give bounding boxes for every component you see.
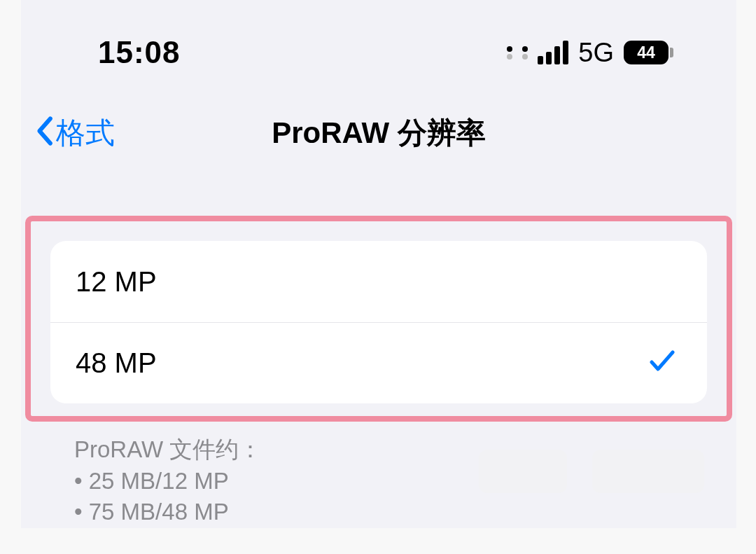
option-row-48mp[interactable]: 48 MP — [50, 322, 707, 403]
status-time: 15:08 — [98, 35, 181, 70]
battery-level: 44 — [637, 43, 655, 62]
chevron-left-icon — [34, 114, 55, 152]
option-label: 12 MP — [76, 266, 157, 298]
status-right: 5G 44 — [507, 38, 673, 68]
back-button[interactable]: 格式 — [34, 113, 115, 153]
checkmark-icon — [647, 344, 676, 382]
nav-bar: 格式 ProRAW 分辨率 — [21, 77, 736, 160]
status-bar: 15:08 — [21, 28, 736, 77]
network-label: 5G — [578, 38, 614, 68]
options-card: 12 MP 48 MP — [50, 241, 707, 403]
option-row-12mp[interactable]: 12 MP — [50, 241, 707, 322]
highlight-annotation: 12 MP 48 MP — [25, 216, 732, 422]
battery-indicator: 44 — [624, 41, 673, 64]
option-label: 48 MP — [76, 347, 157, 379]
signal-indicator — [507, 41, 568, 64]
back-label: 格式 — [56, 113, 115, 153]
footer-line: • 75 MB/48 MP — [74, 497, 703, 528]
redaction-overlay — [479, 450, 704, 493]
page-title: ProRAW 分辨率 — [272, 113, 486, 153]
